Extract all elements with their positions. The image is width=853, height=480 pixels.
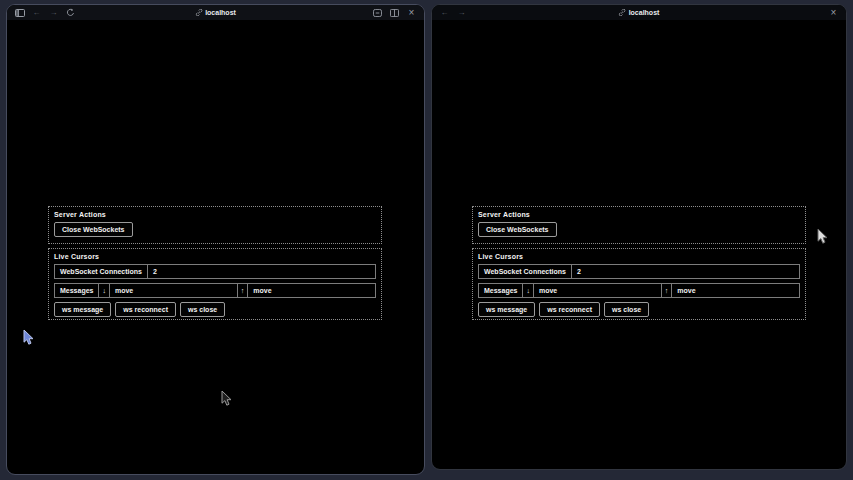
outgoing-message-value: move (672, 284, 799, 297)
browser-window-right: ← → localhost × Server Actions Close Web… (431, 4, 847, 470)
reload-icon[interactable] (64, 7, 77, 19)
back-icon[interactable]: ← (438, 7, 451, 19)
outgoing-message-value: move (248, 284, 375, 297)
ws-close-button[interactable]: ws close (604, 302, 649, 317)
arrow-down-icon: ↓ (99, 284, 110, 297)
arrow-up-icon: ↑ (662, 284, 673, 297)
toolbar-right-right-group: × (827, 7, 840, 19)
close-icon[interactable]: × (405, 7, 418, 19)
arrow-up-icon: ↑ (238, 284, 249, 297)
titlebar-right[interactable]: ← → localhost × (432, 5, 846, 20)
ws-reconnect-button[interactable]: ws reconnect (115, 302, 176, 317)
ws-reconnect-button[interactable]: ws reconnect (539, 302, 600, 317)
incoming-message-value: move (534, 284, 662, 297)
live-cursors-title: Live Cursors (478, 253, 800, 260)
close-icon[interactable]: × (827, 7, 840, 19)
titlebar-left[interactable]: ← → localhost × (7, 5, 424, 20)
forward-icon[interactable]: → (455, 7, 468, 19)
back-icon[interactable]: ← (30, 7, 43, 19)
ws-buttons-row: ws message ws reconnect ws close (478, 298, 800, 317)
link-icon (619, 9, 626, 16)
toolbar-left-right-group: × (371, 7, 418, 19)
ws-message-button[interactable]: ws message (54, 302, 111, 317)
connections-value: 2 (148, 265, 375, 278)
browser-window-left: ← → localhost × Ser (6, 4, 425, 475)
connections-row: WebSocket Connections 2 (478, 264, 800, 279)
connections-row: WebSocket Connections 2 (54, 264, 376, 279)
live-cursors-panel: Live Cursors WebSocket Connections 2 Mes… (472, 248, 806, 320)
page-content-left: Server Actions Close WebSockets Live Cur… (7, 20, 424, 474)
ws-message-button[interactable]: ws message (478, 302, 535, 317)
close-websockets-button[interactable]: Close WebSockets (478, 222, 557, 237)
server-actions-panel: Server Actions Close WebSockets (48, 206, 382, 244)
forward-icon[interactable]: → (47, 7, 60, 19)
page-title: localhost (629, 9, 660, 16)
ws-close-button[interactable]: ws close (180, 302, 225, 317)
ws-buttons-row: ws message ws reconnect ws close (54, 298, 376, 317)
server-actions-panel: Server Actions Close WebSockets (472, 206, 806, 244)
live-cursors-title: Live Cursors (54, 253, 376, 260)
sidebar-toggle-icon[interactable] (13, 7, 26, 19)
messages-row: Messages ↓ move ↑ move (54, 283, 376, 298)
address-title-right: localhost (619, 5, 660, 20)
messages-label: Messages (55, 284, 99, 297)
connections-value: 2 (572, 265, 799, 278)
incoming-message-value: move (110, 284, 238, 297)
toolbar-right-group: ← → (438, 7, 468, 19)
split-view-icon[interactable] (388, 7, 401, 19)
link-icon (195, 9, 202, 16)
live-cursors-panel: Live Cursors WebSocket Connections 2 Mes… (48, 248, 382, 320)
connections-label: WebSocket Connections (479, 265, 572, 278)
arrow-down-icon: ↓ (523, 284, 534, 297)
server-actions-title: Server Actions (54, 211, 376, 218)
toolbar-left-group: ← → (13, 7, 77, 19)
address-title-left: localhost (195, 5, 236, 20)
messages-label: Messages (479, 284, 523, 297)
messages-row: Messages ↓ move ↑ move (478, 283, 800, 298)
page-content-right: Server Actions Close WebSockets Live Cur… (432, 20, 846, 469)
connections-label: WebSocket Connections (55, 265, 148, 278)
page-title: localhost (205, 9, 236, 16)
close-websockets-button[interactable]: Close WebSockets (54, 222, 133, 237)
server-actions-title: Server Actions (478, 211, 800, 218)
page-menu-icon[interactable] (371, 7, 384, 19)
desktop: ← → localhost × Ser (0, 0, 853, 480)
